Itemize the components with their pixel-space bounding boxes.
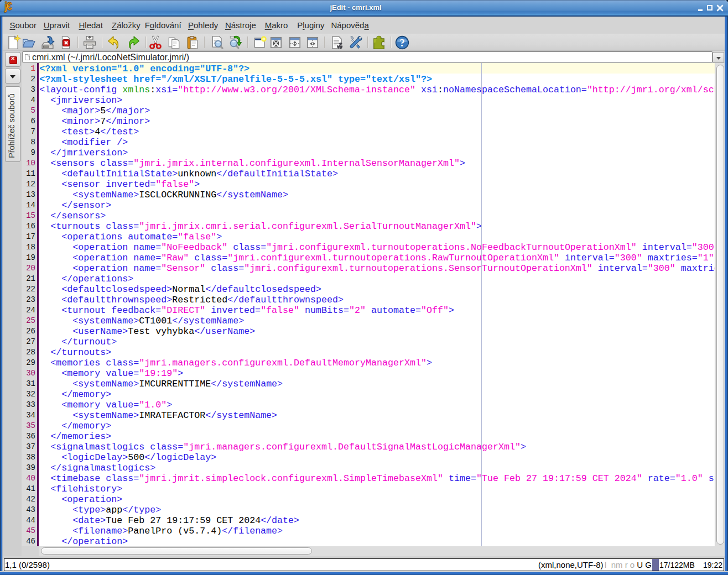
svg-text:?: ? <box>399 38 404 49</box>
